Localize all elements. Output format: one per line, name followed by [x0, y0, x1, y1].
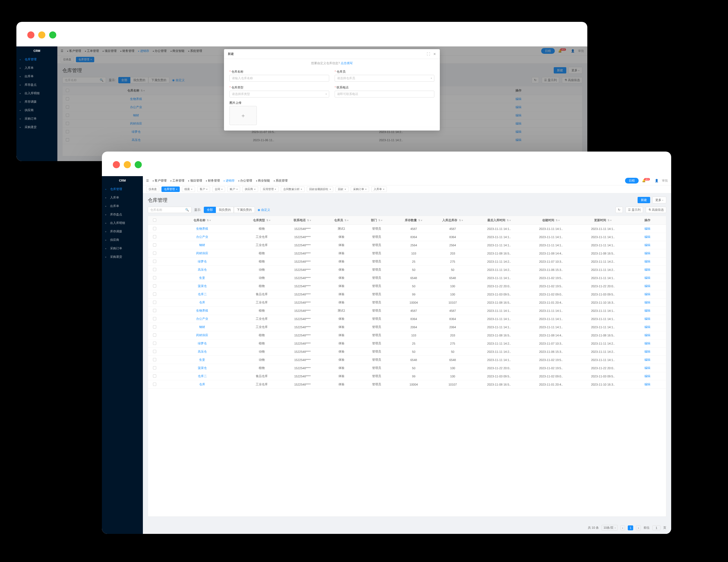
cell-op[interactable]: 编辑	[629, 225, 666, 233]
cell-op[interactable]: 编辑	[629, 298, 666, 307]
sort-icon[interactable]: ⇅	[378, 219, 381, 222]
row-checkbox[interactable]	[153, 276, 156, 280]
row-checkbox[interactable]	[153, 325, 156, 328]
row-checkbox[interactable]	[153, 252, 156, 255]
sidebar-item-2[interactable]: ▫出库单	[16, 72, 57, 81]
more-button[interactable]: 更多 ▾	[652, 197, 666, 204]
next-page[interactable]: ›	[636, 525, 641, 530]
prev-page[interactable]: ‹	[620, 525, 625, 530]
expand-icon[interactable]: ⛶	[427, 52, 430, 56]
cell-op[interactable]: 编辑	[629, 356, 666, 364]
sidebar-item-8[interactable]: ▫采购退货	[16, 123, 57, 131]
filter-icon[interactable]: ▾	[347, 219, 349, 222]
topbar-item-5[interactable]: ▪ 办公管理	[238, 179, 252, 183]
cell-name[interactable]: 高压仓	[161, 266, 243, 274]
sidebar-item-1[interactable]: ▫入库单	[102, 193, 143, 202]
tab-0[interactable]: 仪表盘	[146, 187, 159, 192]
col-7[interactable]: 入库总库存 ⇅▾	[432, 216, 473, 225]
cell-op[interactable]: 编辑	[629, 258, 666, 266]
row-checkbox[interactable]	[153, 227, 156, 230]
col-2[interactable]: 仓库类型 ⇅▾	[243, 216, 280, 225]
tab-close-icon[interactable]: ×	[236, 188, 238, 191]
maximize-dot[interactable]	[49, 31, 56, 39]
modal-tip-link[interactable]: 点击填写	[341, 61, 353, 65]
filter-icon[interactable]: ▾	[381, 219, 382, 222]
maximize-dot[interactable]	[135, 161, 142, 168]
cell-name[interactable]: 生物养殖	[161, 225, 243, 233]
tab-close-icon[interactable]: ×	[365, 188, 367, 191]
sort-icon[interactable]: ⇅	[344, 219, 347, 222]
sidebar-item-0[interactable]: ▫仓库管理	[102, 185, 143, 193]
sort-icon[interactable]: ⇅	[207, 219, 209, 222]
row-checkbox[interactable]	[153, 366, 156, 369]
sort-icon[interactable]: ⇅	[307, 219, 309, 222]
cell-op[interactable]: 编辑	[629, 364, 666, 372]
cell-op[interactable]: 编辑	[629, 249, 666, 258]
tab-close-icon[interactable]: ×	[275, 188, 276, 191]
filter-2[interactable]: 下属负责的	[234, 207, 255, 213]
refresh-button[interactable]: ↻	[615, 207, 623, 213]
minimize-dot[interactable]	[124, 161, 131, 168]
col-4[interactable]: 仓库员 ⇅▾	[325, 216, 358, 225]
cell-op[interactable]: 编辑	[629, 274, 666, 282]
sidebar-item-5[interactable]: ▫库存调拨	[16, 98, 57, 106]
cell-op[interactable]: 编辑	[629, 241, 666, 249]
bell-icon[interactable]: 🔔303	[642, 179, 652, 183]
cell-name[interactable]: 高压仓	[161, 348, 243, 356]
col-10[interactable]: 更新时间 ⇅▾	[577, 216, 629, 225]
cell-name[interactable]: 菠菜仓	[161, 282, 243, 290]
row-checkbox[interactable]	[153, 235, 156, 239]
row-checkbox[interactable]	[153, 268, 156, 271]
filter-icon[interactable]: ▾	[421, 219, 422, 222]
filter-0[interactable]: 全部	[204, 207, 216, 213]
sidebar-item-2[interactable]: ▫出库单	[102, 202, 143, 210]
cell-name[interactable]: 药材供应	[161, 249, 243, 258]
cell-op[interactable]: 编辑	[629, 315, 666, 323]
page-1[interactable]: 1	[628, 525, 633, 530]
sort-icon[interactable]: ⇅	[266, 219, 269, 222]
sort-icon[interactable]: ⇅	[418, 219, 420, 222]
row-checkbox[interactable]	[153, 382, 156, 386]
tab-6[interactable]: 供应商 ×	[242, 187, 258, 192]
sidebar-item-7[interactable]: ▫采购订单	[102, 244, 143, 253]
search-input[interactable]: 仓库名称🔍	[148, 207, 191, 213]
row-checkbox[interactable]	[153, 358, 156, 361]
row-checkbox[interactable]	[153, 374, 156, 378]
col-9[interactable]: 创建时间 ⇅▾	[525, 216, 577, 225]
cell-name[interactable]: 药材供应	[161, 331, 243, 339]
field-type-select[interactable]: 请选择库类型▾	[229, 91, 329, 98]
tab-close-icon[interactable]: ×	[301, 188, 302, 191]
close-icon[interactable]: ✕	[433, 52, 436, 56]
topbar-item-0[interactable]: ▪ 客户管理	[153, 179, 167, 183]
sidebar-item-8[interactable]: ▫采购退货	[102, 253, 143, 261]
cell-name[interactable]: 菠菜仓	[161, 364, 243, 372]
cell-name[interactable]: 办公产业	[161, 233, 243, 241]
sidebar-item-6[interactable]: ▫供应商	[16, 106, 57, 114]
topbar-item-6[interactable]: ▪ 商业智能	[256, 179, 270, 183]
filter-icon[interactable]: ▾	[610, 219, 612, 222]
tab-10[interactable]: 回款 ×	[335, 187, 348, 192]
tab-4[interactable]: 合同 ×	[212, 187, 225, 192]
cell-name[interactable]: 仓库二	[161, 372, 243, 380]
cell-name[interactable]: 钢材	[161, 241, 243, 249]
schedule-pill[interactable]: 日程	[625, 178, 639, 184]
tab-7[interactable]: 应用管理 ×	[260, 187, 279, 192]
filter-icon[interactable]: ▾	[509, 219, 511, 222]
upload-box[interactable]: ＋	[229, 106, 257, 125]
sidebar-item-3[interactable]: ▫库存盘点	[102, 210, 143, 219]
tab-1[interactable]: 仓库管理 ×	[161, 187, 180, 192]
field-staff-select[interactable]: 请选择仓库员▾	[335, 75, 434, 82]
cell-name[interactable]: 生姜	[161, 274, 243, 282]
topbar-item-4[interactable]: ▪ 进销存	[224, 179, 235, 183]
cell-op[interactable]: 编辑	[629, 339, 666, 348]
cell-name[interactable]: 办公产业	[161, 315, 243, 323]
topbar-item-1[interactable]: ▪ 工单管理	[170, 179, 184, 183]
avatar-icon[interactable]: 👤	[655, 179, 659, 183]
col-8[interactable]: 最后入库时间 ⇅▾	[473, 216, 525, 225]
goto-input[interactable]: 1	[652, 525, 661, 530]
minimize-dot[interactable]	[38, 31, 45, 39]
per-page-select[interactable]: 10条/页 ▾	[602, 525, 617, 531]
filter-icon[interactable]: ▾	[269, 219, 270, 222]
cell-name[interactable]: 钢材	[161, 323, 243, 331]
col-0[interactable]	[148, 216, 161, 225]
